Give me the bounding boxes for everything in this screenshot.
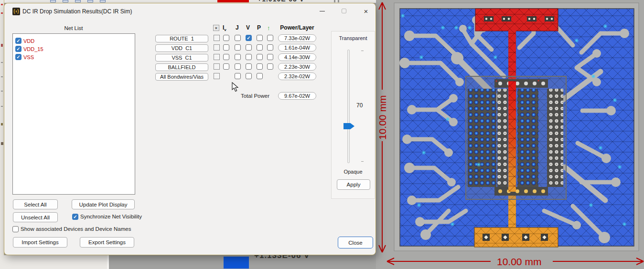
vssc1-arrow-checkbox[interactable] <box>267 54 273 60</box>
total-power-readout: 9.67e-02W <box>278 92 316 100</box>
ballfield-p-checkbox[interactable] <box>257 63 263 70</box>
app-icon <box>12 8 20 15</box>
export-settings-button[interactable]: Export Settings <box>80 237 134 248</box>
synchronize-net-visibility-label: Synchronize Net Visibility <box>80 214 142 219</box>
up-arrow-icon: ↑ <box>267 24 270 31</box>
background-panel <box>0 255 109 269</box>
slider-tick <box>361 51 364 51</box>
net-list-box[interactable]: VDD VDD_15 VSS <box>12 33 135 195</box>
layer-button-bondwires[interactable]: All Bondwires/Vias <box>155 73 208 81</box>
vddc1-arrow-checkbox[interactable] <box>267 44 273 51</box>
power-readout-bondwires: 2.32e-02W <box>278 72 316 80</box>
ballfield-v-checkbox[interactable] <box>246 63 252 70</box>
opaque-label: Opaque <box>332 169 375 175</box>
board-layout-plot: 10.00 mm 10.00 mm <box>376 0 644 269</box>
close-icon: × <box>364 8 368 15</box>
net-name: VDD <box>23 38 34 44</box>
vssc1-p-checkbox[interactable] <box>257 54 263 60</box>
color-scale-red-bar <box>217 0 249 2</box>
layer-button-ballfield[interactable]: BALLFIELD <box>155 63 208 71</box>
import-settings-button[interactable]: Import Settings <box>13 237 67 248</box>
header-voltage: V <box>246 24 250 31</box>
dialog-title: DC IR Drop Simulation Results(DC IR Sim) <box>22 8 132 15</box>
close-button[interactable]: Close <box>338 237 373 248</box>
net-checkbox[interactable] <box>15 46 21 52</box>
power-readout-vdd-c1: 1.61e-04W <box>278 44 316 52</box>
header-power: P <box>257 24 261 31</box>
vddc1-enable-checkbox[interactable] <box>214 44 220 51</box>
height-dimension-label: 10.00 mm <box>377 95 388 140</box>
transparency-slider[interactable] <box>347 50 350 163</box>
vddc1-p-checkbox[interactable] <box>257 44 263 51</box>
mouse-cursor <box>232 82 238 92</box>
bondwires-j-checkbox[interactable] <box>235 73 241 79</box>
route1-j-checkbox[interactable] <box>235 35 241 41</box>
header-current: Iv <box>223 24 226 32</box>
maximize-icon <box>342 9 346 13</box>
vssc1-v-checkbox[interactable] <box>246 54 252 60</box>
background-statusbar: +1.133E-06 V <box>0 255 377 269</box>
width-dimension-label: 10.00 mm <box>497 256 541 267</box>
clear-all-plots-icon[interactable]: × <box>213 25 219 31</box>
transparency-slider-thumb[interactable] <box>343 123 354 129</box>
net-name: VDD_15 <box>23 46 43 52</box>
minimize-button[interactable] <box>314 5 330 17</box>
net-item-vdd[interactable]: VDD <box>15 37 34 45</box>
layer-button-vdd-c1[interactable]: VDD C1 <box>155 44 208 52</box>
voltage-color-swatch <box>223 256 249 269</box>
show-devices-checkbox[interactable] <box>12 226 19 232</box>
net-name: VSS <box>23 54 34 60</box>
apply-button[interactable]: Apply <box>337 179 370 190</box>
vssc1-enable-checkbox[interactable] <box>214 54 220 60</box>
ballfield-arrow-checkbox[interactable] <box>267 63 273 70</box>
power-readout-vss-c1: 4.14e-30W <box>278 53 316 61</box>
bondwires-p-checkbox[interactable] <box>257 73 263 79</box>
update-plot-display-button[interactable]: Update Plot Display <box>72 199 135 209</box>
power-readout-ballfield: 2.23e-30W <box>278 63 316 71</box>
maximize-button <box>336 5 352 17</box>
transparency-value: 70 <box>356 102 363 109</box>
unselect-all-button[interactable]: Unselect All <box>13 212 58 222</box>
net-item-vdd-15[interactable]: VDD_15 <box>15 45 43 53</box>
synchronize-net-visibility-checkbox[interactable] <box>72 214 78 220</box>
net-checkbox[interactable] <box>15 54 21 60</box>
show-devices-label: Show associated Devices and Device Names <box>21 226 131 232</box>
layout-plot-viewport[interactable]: 10.00 mm 10.00 mm <box>376 0 644 269</box>
header-power-layer: Power/Layer <box>278 24 316 31</box>
net-item-vss[interactable]: VSS <box>15 53 34 61</box>
net-checkbox[interactable] <box>15 38 21 44</box>
ballfield-enable-checkbox[interactable] <box>214 63 220 70</box>
route1-v-checkbox[interactable] <box>246 35 252 41</box>
close-window-button[interactable]: × <box>358 5 374 17</box>
dc-ir-drop-dialog: DC IR Drop Simulation Results(DC IR Sim)… <box>4 3 376 255</box>
total-power-label: Total Power <box>222 93 269 99</box>
header-current-density: J <box>236 24 239 31</box>
layer-button-route1[interactable]: ROUTE 1 <box>155 35 208 42</box>
vssc1-j-checkbox[interactable] <box>235 54 241 60</box>
layer-button-vss-c1[interactable]: VSS C1 <box>155 54 208 62</box>
route1-p-checkbox[interactable] <box>257 35 263 41</box>
route1-enable-checkbox[interactable] <box>214 35 220 41</box>
bondwires-v-checkbox[interactable] <box>246 73 252 79</box>
minimize-icon <box>320 11 325 11</box>
select-all-button[interactable]: Select All <box>13 199 58 209</box>
vddc1-v-checkbox[interactable] <box>246 44 252 51</box>
ballfield-j-checkbox[interactable] <box>235 63 241 70</box>
transparent-label: Transparent <box>332 35 375 41</box>
power-readout-route1: 7.33e-02W <box>278 34 316 42</box>
net-list-label: Net List <box>31 25 117 31</box>
vddc1-j-checkbox[interactable] <box>235 44 241 51</box>
dialog-titlebar[interactable]: DC IR Drop Simulation Results(DC IR Sim)… <box>4 3 376 19</box>
slider-tick <box>361 161 364 162</box>
vssc1-iv-checkbox[interactable] <box>223 54 229 60</box>
vddc1-iv-checkbox[interactable] <box>223 44 229 51</box>
route1-arrow-checkbox[interactable] <box>267 35 273 41</box>
bondwires-enable-checkbox[interactable] <box>214 73 220 79</box>
ballfield-iv-checkbox[interactable] <box>223 63 229 70</box>
transparency-panel: Transparent 70 Opaque Apply <box>331 31 375 199</box>
route1-iv-checkbox[interactable] <box>223 35 229 41</box>
